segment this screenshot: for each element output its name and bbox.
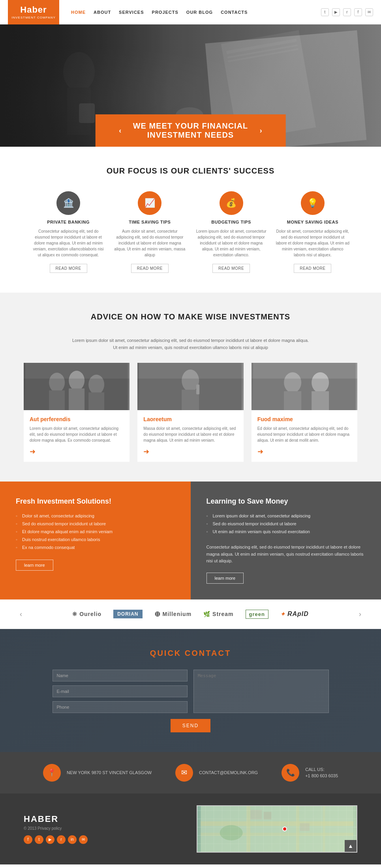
footer-left: HABER © 2013 Privacy policy f t ▶ r in ✉ <box>24 814 185 844</box>
facebook-icon[interactable]: f <box>354 8 362 16</box>
svg-point-1 <box>63 52 95 91</box>
svg-rect-34 <box>300 823 309 831</box>
svg-rect-33 <box>263 812 271 819</box>
contact-phone-input[interactable] <box>53 701 188 713</box>
youtube-icon[interactable]: ▶ <box>332 8 340 16</box>
solutions-left-item-2: Sed do eiusmod tempor incididunt ut labo… <box>16 521 175 526</box>
site-footer: HABER © 2013 Privacy policy f t ▶ r in ✉ <box>0 793 381 864</box>
contact-fields-left <box>53 670 188 713</box>
advice-grid: Aut perferendis Lorem ipsum dolor sit am… <box>24 363 357 462</box>
contact-name-input[interactable] <box>53 670 188 681</box>
solutions-right-item-3: Ut enim ad minim veniam quis nostrud exe… <box>206 529 366 534</box>
svg-rect-9 <box>25 363 128 410</box>
green-label: green <box>249 611 265 617</box>
solutions-right-learn-btn[interactable]: Learn more <box>206 573 244 584</box>
footer-rss-icon[interactable]: r <box>57 835 66 844</box>
focus-text-money-saving: Dolor sit amet, consectetur adipiscing e… <box>276 228 349 258</box>
advice-name-3: Fuod maxime <box>257 416 351 422</box>
millenium-symbol: ⊕ <box>154 610 161 618</box>
stream-label: Stream <box>212 611 233 617</box>
contact-message-input[interactable] <box>193 670 329 713</box>
footer-linkedin-icon[interactable]: in <box>68 835 77 844</box>
partner-logos-container: ❊ Ourelio DORIAN ⊕ Millenium 🌿 Stream gr… <box>26 610 355 619</box>
scroll-top-button[interactable]: ▲ <box>345 840 357 852</box>
partner-ourelio[interactable]: ❊ Ourelio <box>72 611 101 617</box>
millenium-label: Millenium <box>163 611 192 617</box>
contact-email-input[interactable] <box>53 685 188 697</box>
email-icon[interactable]: ✉ <box>365 8 373 16</box>
solutions-section: Fresh Investment Solutions! Dolor sit am… <box>0 482 381 599</box>
advice-section-title: ADVICE ON HOW TO MAKE WISE INVESTMENTS <box>24 312 357 321</box>
partners-next-arrow[interactable]: › <box>355 610 365 618</box>
svg-rect-26 <box>201 821 353 826</box>
nav-home[interactable]: HOME <box>71 10 86 15</box>
read-more-budgeting[interactable]: Read More <box>212 264 250 273</box>
svg-point-14 <box>88 375 104 394</box>
svg-point-17 <box>182 370 199 392</box>
footer-copyright: © 2013 Privacy policy <box>24 826 185 831</box>
read-more-money-saving[interactable]: Read More <box>294 264 331 273</box>
hero-next-arrow[interactable]: › <box>260 127 262 135</box>
partner-dorian[interactable]: DORIAN <box>113 610 142 618</box>
svg-rect-18 <box>182 390 199 410</box>
advice-link-arrow-1[interactable]: ➜ <box>30 447 124 456</box>
svg-rect-20 <box>253 363 356 410</box>
solutions-right-item-2: Sed do eiusmod tempor incididunt ut labo… <box>206 521 366 526</box>
site-header: Haber INVESTMENT COMPANY HOME ABOUT SERV… <box>0 0 381 24</box>
focus-text-banking: Consectetur adipiscing elit, sed do eius… <box>32 228 105 258</box>
partner-rapid[interactable]: ✦ RApID <box>280 610 309 618</box>
nav-blog[interactable]: OUR BLOG <box>186 10 213 15</box>
map-pin <box>282 827 287 831</box>
location-icon: 📍 <box>43 764 61 782</box>
read-more-saving-tips[interactable]: Read More <box>131 264 169 273</box>
footer-facebook-icon[interactable]: f <box>24 835 32 844</box>
info-phone: 📞 CALL US: +1 800 603 6035 <box>282 764 338 782</box>
advice-text-2: Massa dolor sit amet, consectetur adipis… <box>143 426 237 443</box>
partners-prev-arrow[interactable]: ‹ <box>16 610 26 618</box>
focus-grid: 🏦 PRIVATE BANKING Consectetur adipiscing… <box>32 191 349 273</box>
partner-stream[interactable]: 🌿 Stream <box>203 611 233 617</box>
info-email: ✉ CONTACT@DEMOLINK.ORG <box>175 764 258 782</box>
svg-rect-11 <box>49 390 65 410</box>
focus-label-banking: PRIVATE BANKING <box>32 220 105 224</box>
nav-contacts[interactable]: CONTACTS <box>221 10 248 15</box>
partners-strip: ‹ ❊ Ourelio DORIAN ⊕ Millenium 🌿 Stream … <box>0 599 381 629</box>
logo[interactable]: Haber INVESTMENT COMPANY <box>8 0 59 24</box>
svg-rect-19 <box>196 385 199 394</box>
focus-item-banking: 🏦 PRIVATE BANKING Consectetur adipiscing… <box>32 191 105 273</box>
ourelio-symbol: ❊ <box>72 611 77 617</box>
nav-about[interactable]: ABOUT <box>94 10 111 15</box>
svg-point-31 <box>220 825 242 840</box>
info-phone-text: CALL US: +1 800 603 6035 <box>305 766 338 779</box>
rss-icon[interactable]: r <box>343 8 351 16</box>
footer-twitter-icon[interactable]: t <box>35 835 43 844</box>
svg-rect-28 <box>246 806 250 852</box>
solutions-left-learn-btn[interactable]: Learn more <box>16 560 53 571</box>
advice-image-3 <box>251 363 357 410</box>
read-more-banking[interactable]: Read More <box>50 264 87 273</box>
hero-prev-arrow[interactable]: ‹ <box>119 127 121 135</box>
solutions-right-heading: Learning to Save Money <box>206 497 366 506</box>
advice-body-2: Laoreetum Massa dolor sit amet, consecte… <box>137 410 243 462</box>
main-nav: HOME ABOUT SERVICES PROJECTS OUR BLOG CO… <box>71 10 248 15</box>
solutions-left-item-5: Ex na commodo consequat <box>16 545 175 550</box>
advice-link-arrow-3[interactable]: ➜ <box>257 447 351 456</box>
footer-email-icon[interactable]: ✉ <box>79 835 88 844</box>
advice-text-3: Ed dolor sit amet, consectetur adipiscin… <box>257 426 351 443</box>
advice-link-arrow-2[interactable]: ➜ <box>143 447 237 456</box>
contact-send-button[interactable]: SEND <box>171 719 210 732</box>
solutions-left-item-3: Et dolore magna aliquat enim ad minim ve… <box>16 529 175 534</box>
nav-services[interactable]: SERVICES <box>119 10 144 15</box>
nav-projects[interactable]: PROJECTS <box>152 10 178 15</box>
twitter-icon[interactable]: t <box>321 8 329 16</box>
svg-rect-15 <box>88 392 104 410</box>
focus-item-money-saving: 💡 MONEY SAVING IDEAS Dolor sit amet, con… <box>276 191 349 273</box>
stream-symbol: 🌿 <box>203 611 210 617</box>
contact-form <box>53 670 329 713</box>
partner-millenium[interactable]: ⊕ Millenium <box>154 610 192 618</box>
partner-green[interactable]: green <box>246 610 268 619</box>
focus-section-title: OUR FOCUS IS OUR CLIENTS' SUCCESS <box>32 166 349 175</box>
advice-body-1: Aut perferendis Lorem ipsum dolor sit am… <box>24 410 130 462</box>
footer-youtube-icon[interactable]: ▶ <box>46 835 54 844</box>
info-address-text: NEW YORK 9870 ST VINCENT GLASGOW <box>67 769 152 776</box>
